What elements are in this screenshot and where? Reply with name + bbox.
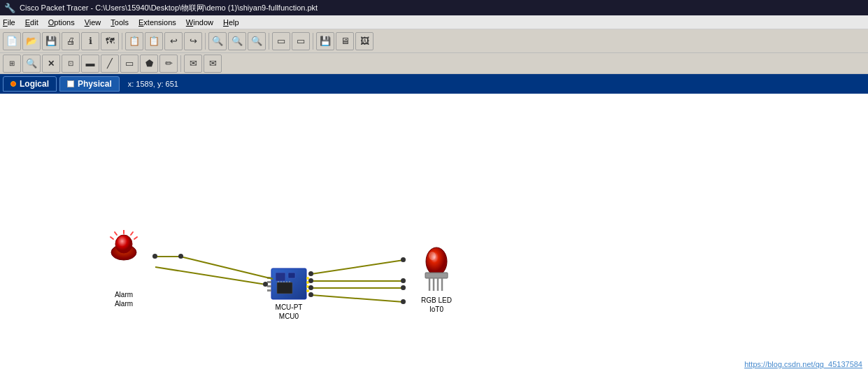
menu-view[interactable]: View	[85, 18, 101, 27]
mcu-conn-right-4	[308, 292, 313, 297]
window-button[interactable]: ▭	[292, 32, 310, 50]
print-button[interactable]: 🖨	[62, 32, 80, 50]
screen-button[interactable]: 🖥	[336, 32, 354, 50]
tab-logical[interactable]: Logical	[3, 76, 57, 92]
led-conn-4	[401, 299, 406, 304]
alarm-body	[108, 230, 139, 258]
alarm-conn-dot-2	[178, 254, 183, 259]
x-tool-button[interactable]: ✕	[42, 55, 60, 73]
title-bar: 🔧 Cisco Packet Tracer - C:\Users\15940\D…	[0, 0, 868, 15]
svg-rect-25	[267, 285, 271, 287]
coords-display: x: 1589, y: 651	[128, 80, 178, 88]
undo-button[interactable]: ↩	[164, 32, 183, 50]
save-button[interactable]: 💾	[42, 32, 60, 50]
cisco-icon: 🔧	[4, 3, 15, 13]
mcu-conn-right-3	[308, 285, 313, 290]
mcu-name-line2: MCU0	[276, 312, 303, 321]
alarm-label: Alarm Alarm	[115, 290, 133, 308]
menu-help[interactable]: Help	[223, 18, 239, 27]
svg-rect-15	[276, 273, 285, 281]
toolbar1: 📄 📂 💾 🖨 ℹ 🗺 📋 📋 ↩ ↪ 🔍 🔍 🔍 ▭ ▭ 💾 🖥 🖼	[0, 29, 868, 53]
svg-point-31	[426, 247, 447, 275]
menu-bar: File Edit Options View Tools Extensions …	[0, 15, 868, 29]
menu-extensions[interactable]: Extensions	[138, 18, 176, 27]
toolbar2: ⊞ 🔍 ✕ ⊡ ▬ ╱ ▭ ⬟ ✏ ✉ ✉	[0, 53, 868, 74]
select-button[interactable]: ⊞	[3, 55, 21, 73]
svg-line-1	[180, 257, 273, 279]
copy-button[interactable]: 📋	[125, 32, 143, 50]
paste-button[interactable]: 📋	[145, 32, 163, 50]
rect-tool-button[interactable]: ▭	[120, 55, 138, 73]
separator2	[205, 33, 206, 50]
mcu-conn-right-2	[308, 278, 313, 283]
separator4	[313, 33, 313, 50]
physical-square	[67, 80, 74, 87]
alarm-name-line2: Alarm	[115, 299, 133, 308]
canvas-area[interactable]: Alarm Alarm	[0, 94, 868, 374]
tab-physical[interactable]: Physical	[59, 76, 120, 92]
mcu-label: MCU-PT MCU0	[276, 303, 303, 321]
menu-options[interactable]: Options	[48, 18, 75, 27]
alarm-rays-svg	[106, 230, 141, 261]
led-device[interactable]: RGB LED IoT0	[420, 246, 453, 314]
redo-button[interactable]: ↪	[184, 32, 202, 50]
pencil-button[interactable]: ╱	[101, 55, 119, 73]
svg-rect-24	[267, 281, 271, 283]
line-button[interactable]: ▬	[81, 55, 99, 73]
svg-line-3	[311, 260, 404, 274]
led-conn-1	[401, 257, 406, 262]
mcu-conn-left	[263, 282, 268, 287]
info-button[interactable]: ℹ	[81, 32, 99, 50]
rect-button[interactable]: ▭	[272, 32, 290, 50]
save2-button[interactable]: 💾	[316, 32, 334, 50]
svg-point-30	[306, 289, 309, 292]
separator1	[122, 33, 122, 50]
image-button[interactable]: 🖼	[355, 32, 373, 50]
mcu-device[interactable]: MCU-PT MCU0	[266, 267, 312, 321]
pen-button[interactable]: ✏	[159, 55, 178, 73]
led-label: RGB LED IoT0	[421, 296, 452, 314]
svg-line-10	[115, 232, 117, 235]
title-text: Cisco Packet Tracer - C:\Users\15940\Des…	[20, 3, 318, 13]
svg-line-6	[311, 295, 404, 302]
new-button[interactable]: 📄	[3, 32, 21, 50]
menu-file[interactable]: File	[3, 18, 15, 27]
email-button[interactable]: ✉	[184, 55, 202, 73]
watermark-link: https://blog.csdn.net/qq_45137584	[744, 360, 862, 368]
alarm-device[interactable]: Alarm Alarm	[108, 230, 139, 308]
tab-physical-label: Physical	[78, 79, 112, 89]
watermark: https://blog.csdn.net/qq_45137584	[744, 360, 862, 368]
map-button[interactable]: 🗺	[101, 32, 119, 50]
menu-tools[interactable]: Tools	[111, 18, 129, 27]
zoom-tool-button[interactable]: 🔍	[22, 55, 41, 73]
ellipse-button[interactable]: ⬟	[140, 55, 158, 73]
zoom-out-button[interactable]: 🔍	[228, 32, 246, 50]
svg-line-12	[111, 237, 113, 239]
svg-rect-26	[267, 289, 271, 292]
svg-line-13	[134, 237, 137, 239]
led-name-line2: IoT0	[421, 305, 452, 314]
separator5	[180, 55, 181, 72]
svg-point-37	[429, 252, 436, 260]
svg-point-8	[115, 235, 132, 253]
svg-rect-23	[267, 277, 271, 279]
separator3	[269, 33, 269, 50]
mcu-conn-right-1	[308, 271, 313, 276]
led-name-line1: RGB LED	[421, 296, 452, 305]
svg-line-2	[155, 267, 266, 285]
grid-button[interactable]: ⊡	[62, 55, 80, 73]
zoom-reset-button[interactable]: 🔍	[248, 32, 266, 50]
menu-window[interactable]: Window	[186, 18, 213, 27]
svg-rect-32	[425, 273, 448, 278]
email2-button[interactable]: ✉	[204, 55, 222, 73]
zoom-in-button[interactable]: 🔍	[208, 32, 227, 50]
open-button[interactable]: 📂	[22, 32, 41, 50]
alarm-conn-dot-1	[152, 254, 157, 259]
alarm-name-line1: Alarm	[115, 290, 133, 299]
led-conn-2	[401, 278, 406, 283]
menu-edit[interactable]: Edit	[25, 18, 38, 27]
tab-bar: Logical Physical x: 1589, y: 651	[0, 74, 868, 94]
mcu-name-line1: MCU-PT	[276, 303, 303, 312]
svg-rect-17	[277, 282, 292, 294]
mcu-svg	[266, 267, 312, 301]
